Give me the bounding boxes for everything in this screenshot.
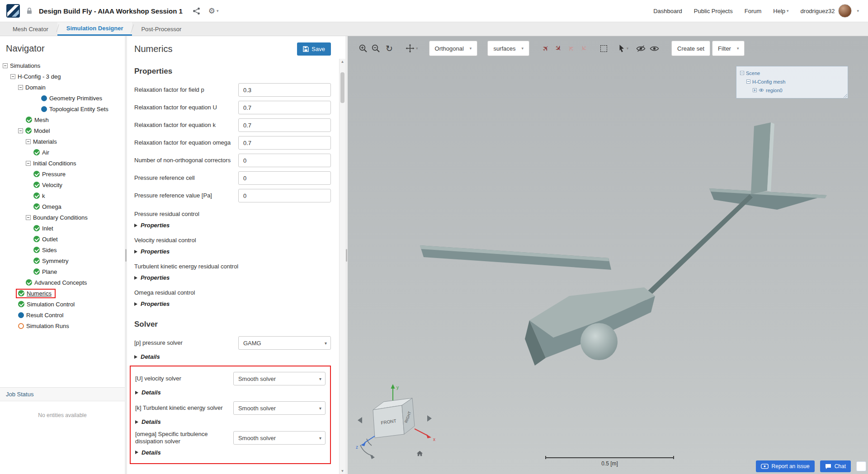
collapse-icon[interactable] — [18, 85, 23, 90]
view-aircraft-icon-4[interactable]: ✈ — [576, 40, 591, 56]
nav-link-public-projects[interactable]: Public Projects — [694, 8, 733, 14]
tree-item-velocity[interactable]: Velocity — [0, 179, 125, 190]
tab-simulation-designer[interactable]: Simulation Designer — [57, 22, 132, 36]
scroll-up-icon[interactable]: ▲ — [340, 60, 345, 64]
rotate-right-icon[interactable] — [427, 415, 432, 422]
fuselage-dome[interactable] — [580, 323, 618, 360]
collapse-icon[interactable] — [10, 74, 15, 79]
solver-select-u-velocity-solver[interactable]: Smooth solver — [233, 372, 326, 385]
expand-toggle-details[interactable]: Details — [135, 418, 326, 425]
status-check-icon — [25, 127, 32, 134]
tree-item-plane[interactable]: Plane — [0, 266, 125, 277]
pan-icon[interactable]: ▾ — [406, 42, 418, 54]
reset-view-icon[interactable]: ↻ — [384, 42, 395, 54]
field-input-number-of-non-orthogonal-correctors[interactable] — [238, 154, 331, 167]
expand-toggle-properties[interactable]: Properties — [134, 222, 331, 229]
scene-tree-root[interactable]: Scene — [739, 69, 845, 77]
rotate-left-icon[interactable] — [358, 417, 362, 423]
report-issue-button[interactable]: Report an issue — [756, 460, 815, 472]
tree-item-result-control[interactable]: Result Control — [0, 310, 125, 320]
app-logo[interactable] — [6, 4, 20, 18]
field-input-relaxation-factor-for-equation-u[interactable] — [238, 101, 331, 114]
solver-select-omega-specific-turbulence-dissipation-solver[interactable]: Smooth solver — [233, 431, 326, 445]
collapse-icon[interactable] — [3, 63, 8, 68]
tree-item-numerics[interactable]: Numerics — [0, 288, 125, 299]
create-set-button[interactable]: Create set — [671, 41, 710, 56]
user-menu[interactable]: drodriguez32 ▾ — [801, 4, 859, 18]
hide-entity-icon[interactable] — [635, 42, 646, 54]
nav-link-help[interactable]: Help▾ — [773, 8, 788, 14]
tab-mesh-creator[interactable]: Mesh Creator — [4, 22, 57, 36]
tree-item-simulations[interactable]: Simulations — [0, 60, 125, 71]
nav-link-forum[interactable]: Forum — [745, 8, 762, 14]
collapse-icon[interactable] — [26, 139, 31, 144]
expand-icon[interactable] — [753, 88, 757, 92]
field-input-pressure-reference-value-pa[interactable] — [238, 189, 331, 202]
zoom-in-icon[interactable] — [358, 42, 368, 54]
solver-select-k-turbulent-kinetic-energy-solver[interactable]: Smooth solver — [233, 401, 326, 415]
filter-dropdown[interactable]: Filter ▾ — [712, 41, 745, 56]
collapse-icon[interactable] — [26, 161, 31, 166]
nav-link-dashboard[interactable]: Dashboard — [653, 8, 682, 14]
expand-toggle-details[interactable]: Details — [135, 449, 326, 456]
expand-toggle-properties[interactable]: Properties — [134, 274, 331, 281]
tree-item-mesh[interactable]: Mesh — [0, 114, 125, 125]
tree-item-geometry-primitives[interactable]: Geometry Primitives — [0, 93, 125, 103]
tree-item-k[interactable]: k — [0, 190, 125, 201]
field-input-pressure-reference-cell[interactable] — [238, 171, 331, 185]
collapse-icon[interactable] — [746, 80, 750, 84]
tree-item-materials[interactable]: Materials — [0, 136, 125, 147]
save-button[interactable]: Save — [297, 42, 331, 56]
expand-toggle-details[interactable]: Details — [135, 389, 326, 396]
expand-toggle-details[interactable]: Details — [134, 353, 331, 360]
tree-item-model[interactable]: Model — [0, 125, 125, 136]
chat-widget-handle[interactable] — [856, 461, 866, 471]
tree-item-domain[interactable]: Domain — [0, 82, 125, 93]
tree-item-air[interactable]: Air — [0, 147, 125, 158]
settings-menu[interactable]: ⚙ ▾ — [208, 7, 219, 15]
render-mode-dropdown[interactable]: surfaces ▾ — [487, 41, 529, 56]
field-input-relaxation-factor-for-field-p[interactable] — [238, 83, 331, 97]
job-status-header[interactable]: Job Status — [0, 388, 125, 401]
share-icon[interactable] — [193, 7, 200, 15]
chat-button[interactable]: Chat — [820, 460, 851, 472]
viewport[interactable]: ↻ ▾ Orthogonal ▾ surfaces ▾ ✈ ✈ ✈ ✈ ▾ — [348, 36, 868, 474]
expand-toggle-properties[interactable]: Properties — [134, 248, 331, 255]
tree-item-initial-conditions[interactable]: Initial Conditions — [0, 158, 125, 169]
scroll-down-icon[interactable]: ▼ — [340, 469, 345, 473]
scrollbar-thumb[interactable] — [340, 72, 344, 103]
tab-post-processor[interactable]: Post-Processor — [132, 22, 190, 36]
tree-item-boundary-conditions[interactable]: Boundary Conditions — [0, 212, 125, 223]
orbit-arrow[interactable] — [360, 445, 373, 456]
tree-item-h-config-3-deg[interactable]: H-Config - 3 deg — [0, 71, 125, 82]
solver-select-p-pressure-solver[interactable]: GAMG — [238, 336, 331, 350]
projection-dropdown[interactable]: Orthogonal ▾ — [429, 41, 478, 56]
tail-boom[interactable] — [635, 194, 753, 307]
expand-toggle-properties[interactable]: Properties — [134, 300, 331, 307]
zoom-out-icon[interactable] — [370, 42, 381, 54]
orientation-cube[interactable]: y FRONT RIGHT x z — [354, 378, 444, 464]
home-view-icon[interactable] — [417, 451, 423, 456]
panel-scrollbar[interactable]: ▲ ▼ — [339, 59, 345, 474]
tree-item-outlet[interactable]: Outlet — [0, 234, 125, 244]
select-cursor-icon[interactable]: ▾ — [618, 42, 629, 54]
collapse-icon[interactable] — [740, 71, 744, 75]
tree-item-topological-entity-sets[interactable]: Topological Entity Sets — [0, 103, 125, 114]
tree-item-advanced-concepts[interactable]: Advanced Concepts — [0, 277, 125, 288]
tree-item-simulation-control[interactable]: Simulation Control — [0, 299, 125, 310]
box-select-icon[interactable] — [598, 42, 609, 54]
visibility-eye-icon[interactable] — [759, 88, 764, 92]
show-entity-icon[interactable] — [649, 42, 660, 54]
collapse-icon[interactable] — [26, 215, 31, 220]
tree-item-pressure[interactable]: Pressure — [0, 169, 125, 179]
tree-item-symmetry[interactable]: Symmetry — [0, 255, 125, 266]
collapse-icon[interactable] — [18, 128, 23, 133]
field-input-relaxation-factor-for-equation-k[interactable] — [238, 118, 331, 132]
tree-item-inlet[interactable]: Inlet — [0, 223, 125, 234]
scene-tree-region[interactable]: region0 — [739, 86, 845, 94]
scene-tree-mesh[interactable]: H-Config mesh — [739, 77, 845, 86]
field-input-relaxation-factor-for-equation-omega[interactable] — [238, 136, 331, 150]
tree-item-sides[interactable]: Sides — [0, 244, 125, 255]
tree-item-omega[interactable]: Omega — [0, 201, 125, 212]
tree-item-simulation-runs[interactable]: Simulation Runs — [0, 320, 125, 331]
